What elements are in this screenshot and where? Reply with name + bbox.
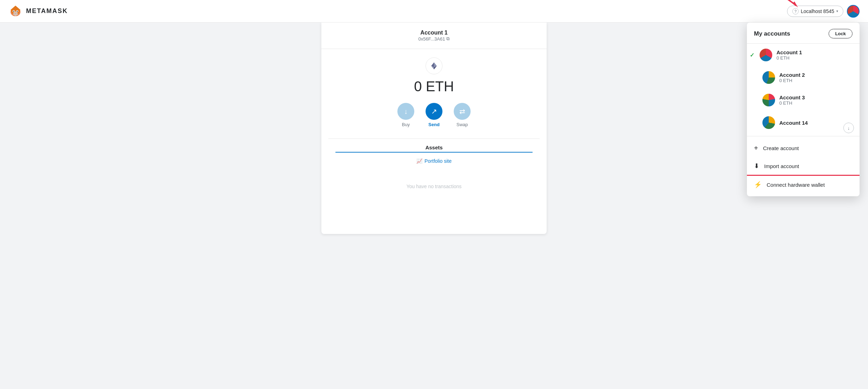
scroll-down-button[interactable]: ↓ [843, 123, 854, 133]
logo-area: METAMASK [8, 4, 68, 18]
import-icon: ⬇ [754, 162, 759, 170]
account-avatar-14 [762, 116, 775, 129]
header: METAMASK ? Localhost 8545 ▾ [0, 0, 868, 23]
wallet-account-name: Account 1 [328, 30, 540, 36]
balance-display: 0 ETH [328, 79, 540, 94]
account-balance-2: 0 ETH [779, 78, 853, 83]
chevron-down-icon: ▾ [836, 9, 838, 13]
metamask-fox-icon [8, 4, 23, 18]
eth-logo-icon [426, 57, 442, 74]
account-name-2: Account 2 [779, 72, 853, 78]
account-item-3[interactable]: Account 3 0 ETH [747, 89, 860, 111]
dropdown-title: My accounts [754, 30, 790, 37]
svg-marker-13 [431, 62, 434, 67]
account-balance-1: 0 ETH [776, 55, 853, 61]
network-label: Localhost 8545 [801, 8, 834, 14]
account-name-14: Account 14 [779, 120, 853, 126]
connect-hardware-label: Connect hardware wallet [767, 182, 825, 188]
buy-icon: ↓ [397, 103, 414, 120]
wallet-body: 0 ETH ↓ Buy ↗ Send ⇄ Swap Assets [321, 49, 547, 217]
accounts-list: ✓ Account 1 0 ETH Account 2 0 ETH Accoun… [747, 44, 860, 136]
account-item-1[interactable]: ✓ Account 1 0 ETH [747, 44, 860, 66]
selected-checkmark: ✓ [750, 52, 754, 58]
import-account-label: Import account [764, 163, 799, 169]
swap-label: Swap [457, 122, 468, 127]
usb-icon: ⚡ [754, 181, 762, 189]
swap-icon: ⇄ [454, 103, 471, 120]
account-item-2[interactable]: Account 2 0 ETH [747, 66, 860, 89]
svg-point-8 [13, 11, 14, 12]
assets-label: Assets [335, 144, 533, 150]
network-selector-button[interactable]: ? Localhost 8545 ▾ [787, 6, 843, 17]
wallet-header: Account 1 0x56F...3A61 ⧉ [321, 23, 547, 49]
account-balance-3: 0 ETH [779, 100, 853, 106]
send-button[interactable]: ↗ Send [426, 103, 442, 127]
plus-icon: + [754, 144, 758, 152]
account-info-14: Account 14 [779, 120, 853, 126]
send-label: Send [428, 122, 440, 127]
account-avatar-1 [760, 49, 772, 61]
swap-button[interactable]: ⇄ Swap [454, 103, 471, 127]
svg-point-9 [17, 11, 18, 12]
buy-button[interactable]: ↓ Buy [397, 103, 414, 127]
account-avatar-2 [762, 71, 775, 84]
copy-address-icon[interactable]: ⧉ [446, 36, 449, 42]
account-info-2: Account 2 0 ETH [779, 72, 853, 83]
account-info-3: Account 3 0 ETH [779, 94, 853, 106]
accounts-dropdown: My accounts Lock ✓ Account 1 0 ETH Accou… [747, 23, 860, 196]
action-buttons: ↓ Buy ↗ Send ⇄ Swap [328, 103, 540, 127]
svg-marker-12 [434, 62, 437, 67]
lock-button[interactable]: Lock [829, 29, 853, 38]
no-transactions-text: You have no transactions [335, 169, 533, 203]
send-icon: ↗ [426, 103, 442, 120]
account-avatar-3 [762, 94, 775, 106]
portfolio-link-label: Portfolio site [424, 158, 452, 164]
account-item-14[interactable]: Account 14 ↓ [747, 111, 860, 136]
wallet-panel: Account 1 0x56F...3A61 ⧉ 0 ETH ↓ Buy [321, 23, 547, 234]
account-name-1: Account 1 [776, 49, 853, 55]
create-account-item[interactable]: + Create account [747, 139, 860, 157]
create-account-label: Create account [763, 145, 799, 151]
account-info-1: Account 1 0 ETH [776, 49, 853, 61]
dropdown-header: My accounts Lock [747, 23, 860, 43]
main-content: Account 1 0x56F...3A61 ⧉ 0 ETH ↓ Buy [0, 23, 868, 234]
header-right: ? Localhost 8545 ▾ [787, 5, 860, 18]
network-help-icon: ? [792, 8, 799, 14]
dropdown-actions: + Create account ⬇ Import account ⚡ Conn… [747, 136, 860, 196]
assets-underline [335, 152, 533, 153]
import-account-item[interactable]: ⬇ Import account [747, 157, 860, 176]
portfolio-link[interactable]: 📈 Portfolio site [335, 158, 533, 164]
account-name-3: Account 3 [779, 94, 853, 100]
assets-section: Assets 📈 Portfolio site You have no tran… [328, 138, 540, 209]
wallet-address: 0x56F...3A61 ⧉ [328, 36, 540, 42]
account-avatar-button[interactable] [847, 5, 860, 18]
buy-label: Buy [402, 122, 410, 127]
portfolio-icon: 📈 [416, 158, 422, 164]
connect-hardware-item[interactable]: ⚡ Connect hardware wallet [747, 176, 860, 193]
logo-text: METAMASK [26, 7, 68, 15]
